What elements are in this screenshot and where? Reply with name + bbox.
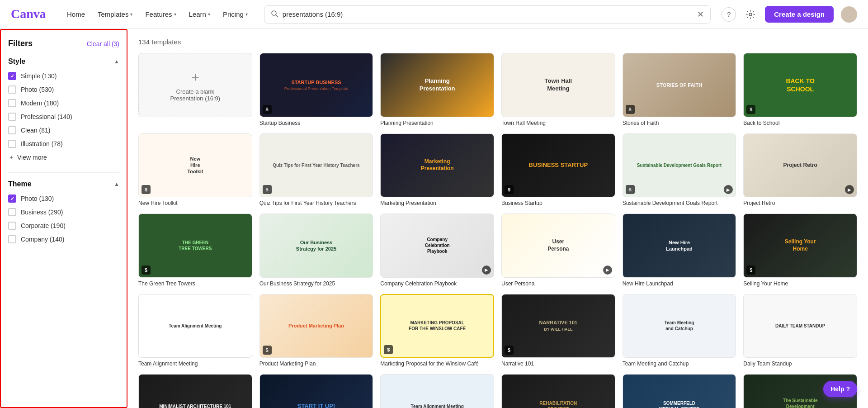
clear-all-button[interactable]: Clear all (3) [87,40,119,47]
template-sommerfeld-thumb[interactable]: SOMMERFELDMEDICAL CENTER $ [623,374,736,408]
template-startup2-thumb[interactable]: START IT UP! $ [259,374,373,408]
template-userpersona[interactable]: UserPersona ▶ User Persona [501,213,615,287]
template-teammeeting-thumb[interactable]: Team Meetingand Catchup [623,294,736,358]
nav-learn[interactable]: Learn ▾ [184,7,216,22]
template-teamalign2[interactable]: Team Alignment Meeting Team Alignment Me… [380,374,494,408]
template-townhall-thumb[interactable]: Town HallMeeting [501,53,615,117]
theme-company-checkbox[interactable] [8,235,16,243]
style-photo[interactable]: Photo (530) [8,85,119,94]
template-sustdev-thumb[interactable]: Sustainable Development Goals Report $ ▶ [623,133,736,198]
template-startup[interactable]: STARTUP BUSINESS Professional Presentati… [259,53,373,126]
template-quiztips[interactable]: Quiz Tips for First Year History Teacher… [259,133,373,207]
template-marketing[interactable]: MarketingPresentation Marketing Presenta… [380,133,494,207]
nav-templates[interactable]: Templates ▾ [92,7,138,22]
template-minimalist[interactable]: MINIMALIST ARCHITECTURE 101 $ Minimalist… [138,374,252,408]
style-section-header[interactable]: Style ▲ [8,57,119,66]
template-teamalign2-thumb[interactable]: Team Alignment Meeting [380,374,494,408]
style-simple-checkbox[interactable] [8,72,16,80]
template-busstrategy-thumb[interactable]: Our BusinessStrategy for 2025 [259,213,373,278]
template-bizstartup[interactable]: BUSINESS STARTUP $ Business Startup [501,133,615,207]
template-marketingprop[interactable]: MARKETING PROPOSALFOR THE WINSLOW CAFÉ $… [380,294,494,367]
create-blank-card[interactable]: ＋ Create a blank Presentation (16:9) [138,53,252,126]
search-bar: ✕ [264,5,711,24]
template-sellinghome[interactable]: Selling YourHome $ Selling Your Home [743,213,857,287]
settings-button[interactable] [743,7,758,22]
style-clean-checkbox[interactable] [8,126,16,134]
theme-company[interactable]: Company (140) [8,235,119,243]
nav-home[interactable]: Home [61,7,90,22]
help-button[interactable]: ? [722,7,736,22]
template-sellinghome-thumb[interactable]: Selling YourHome $ [743,213,857,278]
template-projectretro[interactable]: Project Retro ▶ Project Retro [743,133,857,207]
template-sommerfeld[interactable]: SOMMERFELDMEDICAL CENTER $ Sommerfeld Me… [623,374,736,408]
template-narrative-thumb[interactable]: NARRATIVE 101BY WILL HALL $ [501,294,615,358]
style-illustration-checkbox[interactable] [8,140,16,148]
search-icon[interactable] [271,10,278,19]
nav-pricing[interactable]: Pricing ▾ [217,7,253,22]
clear-search-button[interactable]: ✕ [697,9,704,19]
template-greentowers-thumb[interactable]: THE GREENTREE TOWERS $ [138,213,252,278]
theme-photo[interactable]: Photo (130) [8,195,119,203]
theme-business-checkbox[interactable] [8,208,16,216]
template-teammeeting[interactable]: Team Meetingand Catchup Team Meeting and… [623,294,736,367]
template-busstrategy[interactable]: Our BusinessStrategy for 2025 Our Busine… [259,213,373,287]
template-startup-thumb[interactable]: STARTUP BUSINESS Professional Presentati… [259,53,373,117]
style-modern[interactable]: Modern (180) [8,99,119,107]
template-backtoschool-thumb[interactable]: BACK TOSCHOOL $ [743,53,857,117]
dollar-badge: $ [263,346,272,355]
template-faith-thumb[interactable]: STORIES OF FAITH $ [623,53,736,117]
template-faith[interactable]: STORIES OF FAITH $ Stories of Faith [623,53,736,126]
create-blank-thumb[interactable]: ＋ Create a blank Presentation (16:9) [138,53,252,117]
template-narrative[interactable]: NARRATIVE 101BY WILL HALL $ Narrative 10… [501,294,615,367]
template-rehab-thumb[interactable]: REHABILITATIONPROJECT $ [501,374,615,408]
template-newhire-thumb[interactable]: NewHireToolkit $ [138,133,252,198]
template-planning-thumb[interactable]: PlanningPresentation [380,53,494,117]
template-userpersona-thumb[interactable]: UserPersona ▶ [501,213,615,278]
template-productmkt[interactable]: Product Marketing Plan $ Product Marketi… [259,294,373,367]
template-quiztips-thumb[interactable]: Quiz Tips for First Year History Teacher… [259,133,373,198]
template-projectretro-thumb[interactable]: Project Retro ▶ [743,133,857,198]
style-clean[interactable]: Clean (81) [8,126,119,134]
help-widget[interactable]: Help ? [823,381,857,397]
template-teamalign[interactable]: Team Alignment Meeting Team Alignment Me… [138,294,252,367]
template-startup2[interactable]: START IT UP! $ Start It Up! [259,374,373,408]
style-illustration[interactable]: Illustration (78) [8,140,119,148]
theme-photo-checkbox[interactable] [8,195,16,203]
nav-features[interactable]: Features ▾ [140,7,181,22]
dollar-badge: $ [263,105,272,114]
template-sustdev[interactable]: Sustainable Development Goals Report $ ▶… [623,133,736,207]
theme-section-header[interactable]: Theme ▲ [8,180,119,188]
template-company-thumb[interactable]: CompanyCelebrationPlaybook ▶ [380,213,494,278]
template-rehab[interactable]: REHABILITATIONPROJECT $ Rehabilitation P… [501,374,615,408]
theme-corporate-checkbox[interactable] [8,222,16,230]
template-marketingprop-thumb[interactable]: MARKETING PROPOSALFOR THE WINSLOW CAFÉ $ [380,294,494,358]
template-greentowers[interactable]: THE GREENTREE TOWERS $ The Green Tree To… [138,213,252,287]
template-teamalign-thumb[interactable]: Team Alignment Meeting [138,294,252,358]
template-minimalist-thumb[interactable]: MINIMALIST ARCHITECTURE 101 $ [138,374,252,408]
nav-pricing-chevron: ▾ [245,12,248,17]
style-professional[interactable]: Professional (140) [8,113,119,121]
style-professional-checkbox[interactable] [8,113,16,121]
logo[interactable]: Canva [11,6,47,23]
template-productmkt-thumb[interactable]: Product Marketing Plan $ [259,294,373,358]
template-backtoschool[interactable]: BACK TOSCHOOL $ Back to School [743,53,857,126]
template-dailystandup[interactable]: DAILY TEAM STANDUP Daily Team Standup [743,294,857,367]
theme-corporate[interactable]: Corporate (190) [8,222,119,230]
style-photo-checkbox[interactable] [8,85,16,94]
avatar[interactable] [841,6,857,23]
style-view-more[interactable]: ＋ View more [8,153,119,161]
template-newhire[interactable]: NewHireToolkit $ New Hire Toolkit [138,133,252,207]
template-bizstartup-thumb[interactable]: BUSINESS STARTUP $ [501,133,615,198]
template-company[interactable]: CompanyCelebrationPlaybook ▶ Company Cel… [380,213,494,287]
theme-business[interactable]: Business (290) [8,208,119,216]
template-newhirelaunch-thumb[interactable]: New HireLaunchpad [623,213,736,278]
style-modern-checkbox[interactable] [8,99,16,107]
create-design-button[interactable]: Create a design [765,6,834,23]
template-newhirelaunch[interactable]: New HireLaunchpad New Hire Launchpad [623,213,736,287]
template-marketing-thumb[interactable]: MarketingPresentation [380,133,494,198]
template-townhall[interactable]: Town HallMeeting Town Hall Meeting [501,53,615,126]
template-planning[interactable]: PlanningPresentation Planning Presentati… [380,53,494,126]
search-input[interactable] [283,10,693,18]
style-simple[interactable]: Simple (130) [8,72,119,80]
template-dailystandup-thumb[interactable]: DAILY TEAM STANDUP [743,294,857,358]
